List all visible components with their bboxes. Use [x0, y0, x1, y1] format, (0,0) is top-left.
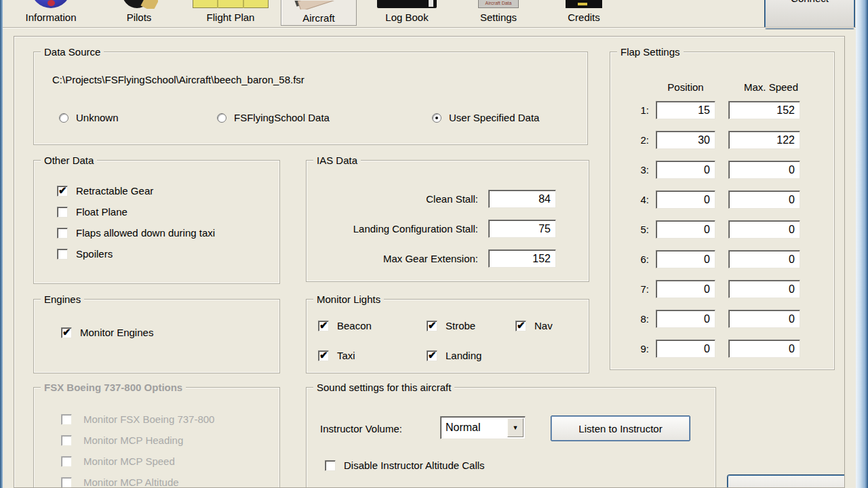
fsx-boeing-options-group-title: FSX Boeing 737-800 Options — [41, 382, 186, 393]
checkbox-monitor-engines[interactable]: ✔ Monitor Engines — [61, 327, 153, 338]
checkbox-box: ✔ — [427, 350, 437, 361]
engines-group-title: Engines — [41, 293, 84, 305]
toolbar-item-label: Flight Plan — [190, 12, 271, 23]
radio-fsflyingschool-data[interactable]: FSFlyingSchool Data — [217, 112, 330, 123]
checkbox-flaps-taxi[interactable]: ✔ Flaps allowed down during taxi — [57, 227, 215, 239]
toolbar-item-pilots[interactable]: Pilots — [112, 0, 166, 27]
radio-user-specified-data[interactable]: User Specified Data — [432, 112, 539, 123]
connect-button-label: Connect — [766, 0, 854, 4]
flap-row-9: 9: 0 0 — [610, 340, 834, 358]
checkbox-disable-altitude-calls[interactable]: ✔ Disable Instructor Altitude Calls — [325, 460, 485, 471]
flap-1-max-speed-input[interactable]: 152 — [728, 101, 800, 119]
checkbox-strobe[interactable]: ✔ Strobe — [427, 320, 475, 331]
instructor-volume-dropdown[interactable]: Normal ▼ — [440, 416, 526, 439]
bottom-partial-button[interactable] — [728, 475, 845, 488]
checkbox-box: ✔ — [61, 477, 72, 488]
clean-stall-input[interactable]: 84 — [488, 190, 556, 208]
information-icon — [31, 0, 71, 9]
connect-button[interactable]: Connect — [765, 0, 854, 28]
flap-row-8: 8: 0 0 — [610, 310, 834, 328]
checkbox-box: ✔ — [57, 186, 68, 197]
flap-9-position-input[interactable]: 0 — [656, 340, 715, 358]
credits-icon — [566, 0, 602, 9]
checkbox-box: ✔ — [61, 414, 72, 425]
sound-settings-group-title: Sound settings for this aircraft — [313, 382, 454, 393]
flap-row-7: 7: 0 0 — [610, 280, 834, 298]
settings-icon: Aircraft Data — [477, 0, 520, 9]
aircraft-tab-page: Data Source C:\Projects\FSFlyingSchool\A… — [14, 36, 845, 488]
radio-circle — [432, 113, 441, 123]
toolbar-item-log-book[interactable]: Log Book — [373, 0, 441, 27]
radio-circle — [59, 113, 68, 123]
landing-configuration-stall-input[interactable]: 75 — [488, 220, 556, 238]
toolbar-item-label: Credits — [557, 12, 611, 23]
radio-unknown[interactable]: Unknown — [59, 112, 119, 123]
ias-row-max-gear: Max Gear Extension: 152 — [307, 249, 589, 268]
checkbox-spoilers[interactable]: ✔ Spoilers — [57, 248, 215, 260]
dropdown-arrow-icon[interactable]: ▼ — [507, 418, 524, 437]
checkbox-box: ✔ — [57, 249, 68, 260]
flap-9-max-speed-input[interactable]: 0 — [728, 340, 800, 358]
flap-5-position-input[interactable]: 0 — [656, 220, 715, 239]
flap-1-position-input[interactable]: 15 — [656, 101, 715, 119]
flap-row-1: 1: 15 152 — [610, 101, 834, 119]
flap-8-position-input[interactable]: 0 — [656, 310, 715, 328]
flap-row-4: 4: 0 0 — [610, 190, 834, 209]
flap-position-column-header: Position — [656, 81, 715, 93]
flap-row-3: 3: 0 0 — [610, 161, 834, 179]
checkbox-taxi[interactable]: ✔ Taxi — [318, 350, 355, 361]
flap-5-max-speed-input[interactable]: 0 — [728, 220, 800, 239]
checkbox-beacon[interactable]: ✔ Beacon — [318, 320, 372, 331]
toolbar-item-aircraft-selected[interactable]: Aircraft — [281, 0, 357, 26]
aircraft-icon — [294, 1, 343, 9]
toolbar-item-label: Information — [14, 12, 88, 23]
instructor-volume-label: Instructor Volume: — [320, 423, 402, 434]
flap-6-position-input[interactable]: 0 — [656, 250, 715, 268]
checkbox-box: ✔ — [318, 350, 329, 361]
window-right-border — [856, 0, 868, 488]
checkbox-retractable-gear[interactable]: ✔ Retractable Gear — [57, 185, 215, 197]
flap-7-position-input[interactable]: 0 — [656, 280, 715, 298]
checkbox-monitor-mcp-speed: ✔ Monitor MCP Speed — [61, 455, 214, 467]
flap-4-position-input[interactable]: 0 — [656, 190, 715, 209]
flap-settings-group: Flap Settings Position Max. Speed 1: 15 … — [610, 52, 835, 370]
instructor-volume-value: Normal — [441, 422, 506, 434]
toolbar-item-information[interactable]: Information — [14, 0, 88, 27]
toolbar-separator — [0, 27, 868, 28]
other-data-group: Other Data ✔ Retractable Gear ✔ Float Pl… — [33, 160, 280, 284]
flap-3-max-speed-input[interactable]: 0 — [728, 161, 800, 179]
aircraft-file-path: C:\Projects\FSFlyingSchool\Aircraft\beec… — [52, 74, 304, 85]
flap-8-max-speed-input[interactable]: 0 — [728, 310, 800, 328]
checkbox-box: ✔ — [61, 435, 72, 446]
toolbar-item-settings[interactable]: Aircraft Data Settings — [468, 0, 529, 27]
toolbar-item-credits[interactable]: Credits — [557, 0, 611, 27]
flap-2-max-speed-input[interactable]: 122 — [728, 131, 800, 149]
checkbox-monitor-fsx-boeing: ✔ Monitor FSX Boeing 737-800 — [61, 413, 214, 425]
log-book-icon — [377, 0, 437, 9]
toolbar-item-flight-plan[interactable]: Flight Plan — [190, 0, 271, 27]
flap-2-position-input[interactable]: 30 — [656, 131, 715, 149]
checkbox-box: ✔ — [61, 456, 72, 467]
toolbar-item-label: Log Book — [373, 12, 441, 23]
flap-settings-group-title: Flap Settings — [617, 46, 684, 58]
max-gear-extension-input[interactable]: 152 — [488, 249, 556, 268]
checkbox-nav[interactable]: ✔ Nav — [515, 320, 553, 331]
flap-6-max-speed-input[interactable]: 0 — [728, 250, 800, 268]
toolbar-item-label: Pilots — [112, 12, 166, 23]
flap-row-2: 2: 30 122 — [610, 131, 834, 149]
checkbox-box: ✔ — [318, 321, 329, 331]
fsflyingschool-window: Information Pilots Flight Plan Aircraft … — [0, 0, 868, 488]
monitor-lights-group: Monitor Lights ✔ Beacon ✔ Strobe ✔ Nav ✔ — [306, 299, 589, 373]
flap-3-position-input[interactable]: 0 — [656, 161, 715, 179]
toolbar: Information Pilots Flight Plan Aircraft … — [0, 0, 868, 28]
flap-row-5: 5: 0 0 — [610, 220, 834, 239]
flap-7-max-speed-input[interactable]: 0 — [728, 280, 800, 298]
checkbox-float-plane[interactable]: ✔ Float Plane — [57, 206, 215, 218]
engines-group: Engines ✔ Monitor Engines — [33, 299, 280, 373]
ias-data-group-title: IAS Data — [313, 155, 361, 166]
listen-to-instructor-button[interactable]: Listen to Instructor — [551, 415, 690, 441]
flap-4-max-speed-input[interactable]: 0 — [728, 190, 800, 209]
checkbox-box: ✔ — [57, 207, 68, 218]
other-data-group-title: Other Data — [41, 155, 97, 166]
checkbox-landing[interactable]: ✔ Landing — [427, 350, 481, 361]
